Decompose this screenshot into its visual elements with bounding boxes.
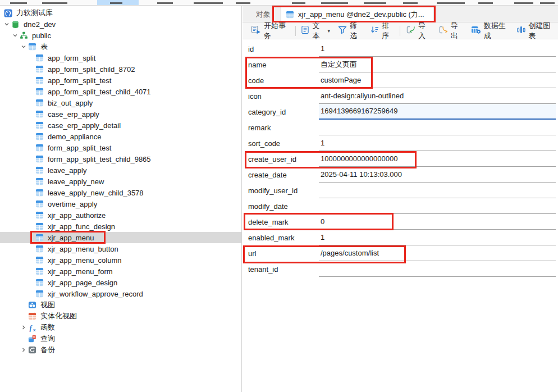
field-value-input[interactable]: 2025-04-11 10:13:03.000 xyxy=(319,167,556,183)
field-value-input[interactable]: /pages/custom/list xyxy=(319,245,556,261)
field-value-input[interactable]: 0 xyxy=(319,214,556,230)
backup-icon xyxy=(28,346,37,354)
sort-icon xyxy=(370,25,379,36)
tree-item-实体化视图[interactable]: 实体化视图 xyxy=(0,311,241,322)
chevron-down-icon[interactable] xyxy=(2,21,11,27)
data-generation-button[interactable]: 数据生成 xyxy=(467,24,514,38)
field-value-input[interactable]: 自定义页面 xyxy=(319,57,556,72)
field-row-id: id1 xyxy=(243,41,558,57)
views-icon xyxy=(28,301,37,309)
tree-item-case_erp_apply[interactable]: case_erp_apply xyxy=(0,108,241,120)
tree-item-leave_apply_new[interactable]: leave_apply_new xyxy=(0,176,241,187)
create-chart-icon xyxy=(517,25,525,36)
tree-item-label: app_form_split_test_child_4071 xyxy=(48,88,151,96)
field-row-code: codecustomPage xyxy=(243,72,558,88)
field-value-input[interactable]: 1 xyxy=(319,135,556,151)
tree-item-demo_appliance[interactable]: demo_appliance xyxy=(0,131,241,142)
tree-item-case_erp_apply_detail[interactable]: case_erp_apply_detail xyxy=(0,120,241,131)
field-value-input[interactable]: 1 xyxy=(319,230,556,245)
tree-item-label: xjr_app_func_design xyxy=(48,222,115,231)
table-icon xyxy=(35,166,44,174)
tree-item-app_form_split_test_child_4071[interactable]: app_form_split_test_child_4071 xyxy=(0,86,241,97)
tree-item-label: form_app_split_test_child_9865 xyxy=(48,155,151,163)
text-view-icon xyxy=(301,25,309,36)
tree-item-xjr_app_authorize[interactable]: xjr_app_authorize xyxy=(0,209,241,221)
tree-item-app_form_split_child_8702[interactable]: app_form_split_child_8702 xyxy=(0,63,241,75)
field-label: code xyxy=(243,76,319,85)
tree-item-力软测试库[interactable]: 力软测试库 xyxy=(0,7,241,19)
tree-item-leave_apply_new_child_3578[interactable]: leave_apply_new_child_3578 xyxy=(0,187,241,198)
table-icon xyxy=(35,155,44,163)
dropdown-caret-icon[interactable]: ▾ xyxy=(328,28,331,34)
field-value-input[interactable] xyxy=(319,120,556,135)
field-value-input[interactable] xyxy=(319,261,556,277)
tree-item-public[interactable]: public xyxy=(0,30,241,41)
begin-transaction-button[interactable]: 开始事务 xyxy=(247,24,294,38)
tree-item-form_app_split_test_child_9865[interactable]: form_app_split_test_child_9865 xyxy=(0,153,241,165)
postgres-connection-icon xyxy=(4,9,13,17)
app-window: 力软测试库 dne2_dev public 表 app_form_split a… xyxy=(0,0,558,392)
tree-item-视图[interactable]: 视图 xyxy=(0,299,241,311)
field-label: sort_code xyxy=(243,139,319,148)
field-label: name xyxy=(243,61,319,69)
tree-item-label: case_erp_apply_detail xyxy=(48,121,121,130)
toolbar-button-label: 排序 xyxy=(382,21,394,41)
field-value-input[interactable] xyxy=(319,198,556,214)
tree-item-overtime_apply[interactable]: overtime_apply xyxy=(0,198,241,209)
tree-item-表[interactable]: 表 xyxy=(0,41,241,52)
chevron-down-icon[interactable] xyxy=(19,44,28,49)
tree-item-查询[interactable]: 查询 xyxy=(0,333,241,344)
query-icon xyxy=(28,335,37,343)
field-row-remark: remark xyxy=(243,120,558,135)
table-icon xyxy=(35,88,44,95)
tree-item-xjr_app_menu_column[interactable]: xjr_app_menu_column xyxy=(0,254,241,266)
tree-item-xjr_app_func_design[interactable]: xjr_app_func_design xyxy=(0,221,241,232)
field-value-input[interactable]: 1000000000000000000 xyxy=(319,151,556,167)
toolbar-button-label: 数据生成 xyxy=(484,21,510,41)
tree-item-xjr_app_menu[interactable]: xjr_app_menu xyxy=(0,232,241,243)
data-toolbar: 开始事务 文本▾ 筛选 排序 导入 导出 数据生成 创建图表 xyxy=(243,22,558,39)
field-value-input[interactable]: ant-design:aliyun-outlined xyxy=(319,88,556,104)
sort-button[interactable]: 排序 xyxy=(366,24,398,38)
chevron-right-icon[interactable] xyxy=(19,347,28,353)
tree-item-biz_out_apply[interactable]: biz_out_apply xyxy=(0,97,241,108)
tree-item-函数[interactable]: f x函数 xyxy=(0,322,241,333)
begin-transaction-icon xyxy=(251,25,261,36)
tree-item-app_form_split_test[interactable]: app_form_split_test xyxy=(0,75,241,86)
tree-item-xjr_app_menu_form[interactable]: xjr_app_menu_form xyxy=(0,266,241,277)
tree-item-app_form_split[interactable]: app_form_split xyxy=(0,52,241,63)
tree-item-label: xjr_app_menu_column xyxy=(48,256,122,265)
clipped-toolbar-text-fragment xyxy=(478,2,493,4)
tree-item-备份[interactable]: 备份 xyxy=(0,344,241,355)
filter-button[interactable]: 筛选 xyxy=(334,24,366,38)
table-icon xyxy=(35,256,44,264)
tree-item-label: xjr_workflow_approve_record xyxy=(48,290,143,298)
field-value-input[interactable]: 1694139669167259649 xyxy=(319,104,556,120)
text-view-button[interactable]: 文本▾ xyxy=(297,24,334,38)
toolbar-separator xyxy=(295,26,296,36)
tree-item-xjr_app_page_design[interactable]: xjr_app_page_design xyxy=(0,277,241,288)
field-label: tenant_id xyxy=(243,265,319,274)
field-row-tenant_id: tenant_id xyxy=(243,261,558,277)
chevron-right-icon[interactable] xyxy=(19,325,28,330)
import-icon xyxy=(406,25,415,36)
import-button[interactable]: 导入 xyxy=(402,24,434,38)
export-button[interactable]: 导出 xyxy=(434,24,467,38)
tree-item-label: leave_apply xyxy=(48,166,86,175)
tree-item-dne2_dev[interactable]: dne2_dev xyxy=(0,19,241,30)
tree-item-leave_apply[interactable]: leave_apply xyxy=(0,165,241,176)
tab-objects[interactable]: 对象 xyxy=(250,6,276,22)
field-value-input[interactable] xyxy=(319,183,556,198)
table-icon xyxy=(35,267,44,275)
tab-table-data[interactable]: xjr_app_menu @dne2_dev.public (力... xyxy=(281,6,433,22)
svg-text:x: x xyxy=(33,327,36,331)
create-chart-button[interactable]: 创建图表 xyxy=(513,24,558,38)
field-value-input[interactable]: customPage xyxy=(319,72,556,88)
chevron-down-icon[interactable] xyxy=(11,33,20,38)
field-value-input[interactable]: 1 xyxy=(319,41,556,57)
tree-item-xjr_app_menu_button[interactable]: xjr_app_menu_button xyxy=(0,243,241,254)
tree-item-xjr_workflow_approve_record[interactable]: xjr_workflow_approve_record xyxy=(0,288,241,299)
function-icon: f x xyxy=(28,323,37,332)
tree-item-form_app_split_test[interactable]: form_app_split_test xyxy=(0,142,241,153)
tree-item-label: leave_apply_new_child_3578 xyxy=(48,189,144,197)
